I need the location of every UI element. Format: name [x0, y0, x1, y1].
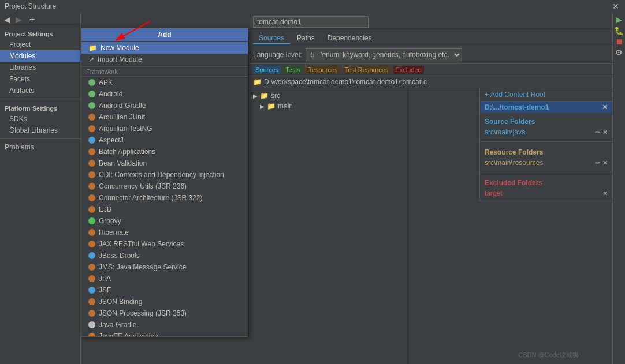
resource-folders-section: Resource Folders src\main\resources ✏ ✕ — [480, 144, 612, 170]
sidebar-item-problems[interactable]: Problems — [0, 141, 80, 153]
dropdown-framework-apk[interactable]: APK — [81, 77, 248, 88]
android-icon — [88, 91, 95, 97]
dropdown-framework-concurrency-utils[interactable]: Concurrency Utils (JSR 236) — [81, 181, 248, 192]
dropdown-framework-jpa[interactable]: JPA — [81, 273, 248, 284]
remove-excluded-button[interactable]: ✕ — [602, 190, 608, 197]
add-content-root-button[interactable]: + Add Content Root — [485, 91, 545, 99]
dropdown-framework-jboss-drools[interactable]: JBoss Drools — [81, 250, 248, 261]
sidebar-item-sdks[interactable]: SDKs — [0, 113, 80, 125]
resources-badge[interactable]: Resources — [305, 66, 340, 74]
module-path-bar: 📁 D:\workspace\tomcat-demo1\tomcat-demo1… — [248, 76, 612, 88]
dropdown-framework-javaee-application[interactable]: JavaEE Application — [81, 331, 248, 336]
sidebar-item-facets[interactable]: Facets — [0, 73, 80, 85]
language-level-bar: Language level: 5 - 'enum' keyword, gene… — [248, 46, 612, 64]
sidebar-item-artifacts[interactable]: Artifacts — [0, 85, 80, 96]
arquillian-junit-label: Arquillian JUnit — [99, 113, 145, 121]
dropdown-framework-aspectj[interactable]: AspectJ — [81, 134, 248, 146]
dropdown-framework-connector-architecture[interactable]: Connector Architecture (JSR 322) — [81, 192, 248, 204]
dropdown-framework-bean-validation[interactable]: Bean Validation — [81, 157, 248, 169]
edit-source-button[interactable]: ✏ — [595, 129, 600, 136]
tab-dependencies[interactable]: Dependencies — [322, 33, 378, 44]
batch-applications-icon — [88, 148, 95, 155]
test-resources-badge[interactable]: Test Resources — [343, 66, 391, 74]
json-binding-icon — [88, 298, 95, 305]
dropdown-framework-jms[interactable]: JMS: Java Message Service — [81, 261, 248, 273]
remove-source-button[interactable]: ✕ — [602, 129, 608, 136]
jsf-label: JSF — [99, 286, 111, 294]
source-folder-item: src\main\java ✏ ✕ — [480, 127, 612, 137]
dropdown-new-module[interactable]: 📁 New Module — [81, 42, 248, 54]
add-button[interactable]: + — [28, 14, 36, 25]
dropdown-framework-android-gradle[interactable]: Android-Gradle — [81, 100, 248, 111]
content-root-path: D:\...\tomcat-demo1 ✕ — [480, 102, 612, 113]
dropdown-framework-json-binding[interactable]: JSON Binding — [81, 296, 248, 307]
tree-item-main[interactable]: ▶ 📁 main — [251, 101, 407, 111]
sidebar-item-global-libraries[interactable]: Global Libraries — [0, 125, 80, 136]
dropdown-framework-android[interactable]: Android — [81, 88, 248, 100]
sidebar-item-project[interactable]: Project — [0, 39, 80, 50]
back-button[interactable]: ◀ — [2, 15, 12, 24]
json-processing-label: JSON Processing (JSR 353) — [99, 309, 187, 317]
dropdown-header: Add — [81, 28, 248, 41]
expand-arrow: ▶ — [253, 93, 258, 99]
source-path: src\main\java — [485, 128, 526, 136]
root-path-label: D:\...\tomcat-demo1 — [485, 103, 549, 111]
module-name-input[interactable] — [253, 16, 369, 28]
dropdown-framework-cdi[interactable]: CDI: Contexts and Dependency Injection — [81, 169, 248, 181]
tab-sources[interactable]: Sources — [253, 33, 290, 44]
src-folder-label: src — [271, 92, 280, 100]
dropdown-framework-java-gradle[interactable]: Java-Gradle — [81, 319, 248, 331]
folder-icon: 📁 — [253, 78, 262, 86]
window-title: Project Structure — [5, 2, 56, 10]
remove-resource-button[interactable]: ✕ — [602, 159, 608, 167]
forward-button[interactable]: ▶ — [14, 15, 24, 24]
jsf-icon — [88, 287, 95, 294]
sidebar-item-libraries[interactable]: Libraries — [0, 62, 80, 73]
connector-architecture-icon — [88, 194, 95, 201]
main-content: ◀ ▶ + Project Settings Project Modules L… — [0, 13, 625, 364]
dropdown-framework-groovy[interactable]: Groovy — [81, 215, 248, 227]
sidebar-divider-2 — [0, 138, 80, 139]
tree-item-src[interactable]: ▶ 📁 src — [251, 91, 407, 101]
tab-paths[interactable]: Paths — [291, 33, 321, 44]
dropdown-framework-ejb[interactable]: EJB — [81, 204, 248, 215]
resource-path: src\main\resources — [485, 159, 543, 167]
dropdown-framework-json-processing[interactable]: JSON Processing (JSR 353) — [81, 307, 248, 319]
dropdown-import-module[interactable]: ↗ Import Module — [81, 54, 248, 65]
separator-1 — [480, 141, 612, 142]
android-gradle-label: Android-Gradle — [99, 102, 146, 110]
stop-icon[interactable]: ⏹ — [615, 37, 623, 46]
close-button[interactable]: ✕ — [611, 2, 620, 11]
cdi-label: CDI: Contexts and Dependency Injection — [99, 171, 224, 179]
settings-icon[interactable]: ⚙ — [615, 48, 623, 57]
dropdown-framework-hibernate[interactable]: Hibernate — [81, 227, 248, 238]
dropdown-framework-arquillian-junit[interactable]: Arquillian JUnit — [81, 111, 248, 123]
dropdown-framework-jax-restful[interactable]: JAX RESTful Web Services — [81, 238, 248, 250]
jms-label: JMS: Java Message Service — [99, 263, 186, 271]
separator-2 — [480, 172, 612, 172]
edit-resource-button[interactable]: ✏ — [595, 159, 600, 167]
sidebar-divider — [0, 99, 80, 99]
root-close-button[interactable]: ✕ — [602, 103, 608, 111]
run-icon[interactable]: ▶ — [616, 15, 622, 24]
sidebar-item-modules[interactable]: Modules — [0, 50, 80, 62]
content-panel: ▶ 📁 src ▶ 📁 main + Add Content Root — [248, 88, 612, 364]
dropdown-framework-arquillian-testng[interactable]: Arquillian TestNG — [81, 123, 248, 134]
main-folder-label: main — [278, 102, 293, 110]
sources-badge[interactable]: Sources — [253, 66, 281, 74]
cdi-icon — [88, 171, 95, 178]
groovy-label: Groovy — [99, 217, 121, 225]
jpa-icon — [88, 275, 95, 282]
android-label: Android — [99, 90, 122, 98]
excluded-path: target — [485, 189, 503, 197]
breadcrumb-bar: Sources Tests Resources Test Resources E… — [248, 64, 612, 76]
dropdown-framework-jsf[interactable]: JSF — [81, 284, 248, 296]
tests-badge[interactable]: Tests — [283, 66, 303, 74]
aspectj-label: AspectJ — [99, 136, 124, 144]
jax-restful-label: JAX RESTful Web Services — [99, 240, 184, 248]
excluded-badge[interactable]: Excluded — [393, 66, 423, 74]
project-settings-label: Project Settings — [0, 27, 80, 39]
dropdown-framework-batch-applications[interactable]: Batch Applications — [81, 146, 248, 157]
debug-icon[interactable]: 🐛 — [614, 26, 624, 35]
language-level-select[interactable]: 5 - 'enum' keyword, generics, autoboxing… — [306, 48, 462, 61]
